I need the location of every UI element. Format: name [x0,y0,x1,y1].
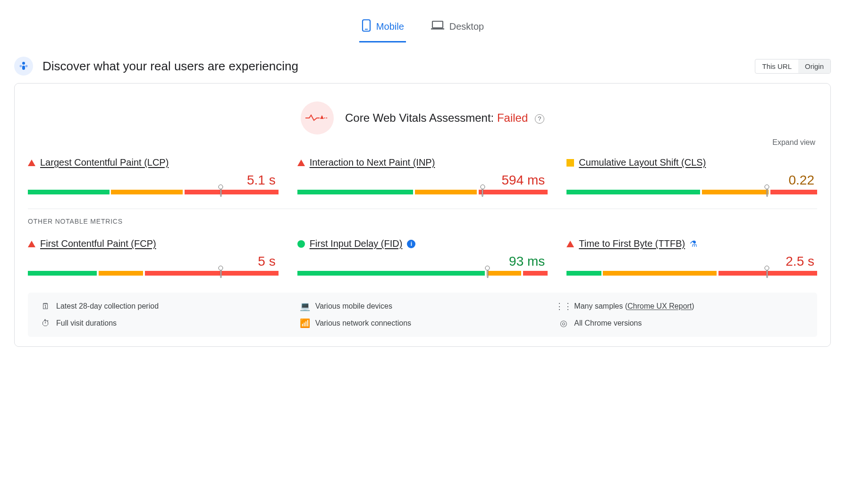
metric-lcp-name[interactable]: Largest Contentful Paint (LCP) [40,157,169,168]
metric-inp: Interaction to Next Paint (INP) 594 ms [297,157,548,194]
detail-period: 🗓 Latest 28-day collection period [41,301,286,311]
collection-details: 🗓 Latest 28-day collection period 💻 Vari… [28,293,817,337]
status-fail-icon [28,241,35,247]
other-notable-label: OTHER NOTABLE METRICS [28,218,817,225]
detail-durations: ⏱ Full visit durations [41,318,286,328]
chrome-icon: ◎ [559,318,568,328]
detail-samples-text: Many samples (Chrome UX Report) [574,302,694,311]
metric-cls-value: 0.22 [566,173,814,188]
metric-fid-bar [297,271,548,276]
metric-lcp-bar [28,190,279,194]
metric-ttfb: Time to First Byte (TTFB) ⚗ 2.5 s [566,238,817,276]
assessment-title: Core Web Vitals Assessment: Failed ? [345,111,544,125]
svg-rect-7 [22,66,25,70]
metric-inp-value: 594 ms [297,173,545,188]
assessment-row: Core Web Vitals Assessment: Failed ? [28,101,817,134]
assessment-label: Core Web Vitals Assessment: [345,111,494,124]
detail-samples: ⋮⋮ Many samples (Chrome UX Report) [559,301,804,311]
detail-connections-text: Various network connections [315,319,411,328]
svg-rect-3 [431,28,444,30]
mobile-icon [361,19,372,34]
svg-point-6 [25,65,28,67]
scope-toggle: This URL Origin [755,59,831,74]
svg-rect-2 [432,21,443,28]
svg-point-5 [20,65,22,67]
metric-inp-bar [297,190,548,194]
other-metrics-grid: First Contentful Paint (FCP) 5 s First I… [28,238,817,276]
devices-icon: 💻 [300,301,310,311]
divider [28,209,817,209]
core-metrics-grid: Largest Contentful Paint (LCP) 5.1 s Int… [28,157,817,194]
device-tabs: Mobile Desktop [14,14,831,42]
metric-fid-value: 93 ms [297,254,545,269]
tab-desktop[interactable]: Desktop [429,14,486,42]
status-pass-icon [297,240,305,248]
detail-period-text: Latest 28-day collection period [56,302,159,311]
desktop-icon [431,20,445,34]
assessment-status: Failed [497,111,528,124]
metric-fcp-value: 5 s [28,254,276,269]
detail-devices: 💻 Various mobile devices [300,301,545,311]
status-fail-icon [28,160,35,166]
vitals-card: Core Web Vitals Assessment: Failed ? Exp… [14,83,831,347]
metric-cls: Cumulative Layout Shift (CLS) 0.22 [566,157,817,194]
metric-fid-name[interactable]: First Input Delay (FID) [310,238,403,249]
tab-mobile[interactable]: Mobile [359,14,406,42]
status-fail-icon [297,160,305,166]
metric-fcp: First Contentful Paint (FCP) 5 s [28,238,279,276]
assessment-badge-icon [301,101,334,134]
svg-marker-8 [320,115,324,119]
scope-this-url[interactable]: This URL [755,59,798,73]
metric-fcp-name[interactable]: First Contentful Paint (FCP) [40,238,156,249]
detail-devices-text: Various mobile devices [315,302,392,311]
svg-point-4 [22,62,25,65]
info-icon[interactable]: i [407,240,415,248]
calendar-icon: 🗓 [41,302,51,311]
status-fail-icon [566,241,574,247]
detail-durations-text: Full visit durations [56,319,117,328]
metric-cls-bar [566,190,817,194]
tab-mobile-label: Mobile [376,21,404,32]
samples-icon: ⋮⋮ [559,301,568,311]
experimental-icon: ⚗ [690,239,697,249]
metric-fid: First Input Delay (FID) i 93 ms [297,238,548,276]
page-title: Discover what your real users are experi… [42,59,298,74]
metric-fcp-bar [28,271,279,276]
metric-ttfb-value: 2.5 s [566,254,814,269]
help-icon[interactable]: ? [535,114,544,124]
stopwatch-icon: ⏱ [41,319,51,328]
wifi-icon: 📶 [300,318,310,328]
tab-desktop-label: Desktop [449,21,484,32]
detail-versions-text: All Chrome versions [574,319,642,328]
status-warn-icon [566,159,574,167]
scope-origin[interactable]: Origin [798,59,830,73]
svg-rect-1 [365,29,368,30]
metric-ttfb-name[interactable]: Time to First Byte (TTFB) [579,238,685,249]
detail-versions: ◎ All Chrome versions [559,318,804,328]
crux-link[interactable]: Chrome UX Report [627,302,692,310]
detail-connections: 📶 Various network connections [300,318,545,328]
metric-lcp-value: 5.1 s [28,173,276,188]
metric-cls-name[interactable]: Cumulative Layout Shift (CLS) [579,157,706,168]
metric-inp-name[interactable]: Interaction to Next Paint (INP) [310,157,435,168]
real-users-icon [14,57,33,76]
metric-ttfb-bar [566,271,817,276]
expand-view-link[interactable]: Expand view [772,138,815,146]
metric-lcp: Largest Contentful Paint (LCP) 5.1 s [28,157,279,194]
header-row: Discover what your real users are experi… [14,57,831,76]
